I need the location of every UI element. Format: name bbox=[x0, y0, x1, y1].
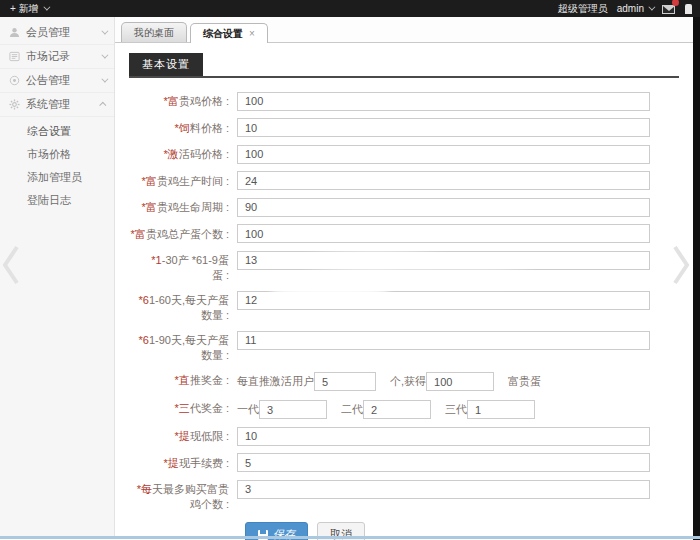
sidebar-item-label: 系统管理 bbox=[26, 97, 95, 112]
tab-bar: 我的桌面 综合设置 × bbox=[115, 17, 693, 43]
username-label: admin bbox=[617, 3, 644, 14]
referral-text-1: 每直推激活用户 bbox=[237, 374, 314, 389]
tab-label: 综合设置 bbox=[203, 27, 243, 41]
gen3-input[interactable] bbox=[467, 400, 535, 419]
scroll-right-arrow[interactable] bbox=[671, 243, 691, 287]
sidebar-item-label: 公告管理 bbox=[26, 73, 95, 88]
field-label: *提现手续费 : bbox=[129, 453, 237, 473]
form-row: *每天最多购买富贵鸡个数 : bbox=[129, 479, 679, 512]
megaphone-icon bbox=[9, 75, 20, 86]
profile-icon[interactable] bbox=[685, 4, 692, 14]
eggs-61-90-input[interactable] bbox=[237, 331, 650, 350]
form-row: *61-60天,每天产蛋数量 : bbox=[129, 290, 679, 323]
gen1-input[interactable] bbox=[259, 400, 327, 419]
form-row: *激活码价格 : bbox=[129, 144, 679, 164]
production-time-input[interactable] bbox=[237, 171, 650, 190]
close-icon[interactable]: × bbox=[249, 28, 255, 39]
sidebar-item-announcements[interactable]: 公告管理 bbox=[0, 69, 114, 93]
field-label: *61-60天,每天产蛋数量 : bbox=[129, 290, 237, 323]
referral-text-3: 富贵蛋 bbox=[508, 374, 541, 389]
form-row: *1-30产 *61-9蛋 蛋 : bbox=[129, 250, 679, 283]
field-label: *1-30产 *61-9蛋 蛋 : bbox=[129, 250, 237, 283]
form-row: *提现手续费 : bbox=[129, 453, 679, 473]
field-label: *提现低限 : bbox=[129, 426, 237, 446]
window-edge-strip bbox=[693, 0, 700, 540]
chevron-down-icon bbox=[101, 28, 108, 35]
list-icon bbox=[9, 51, 20, 62]
new-menu-label: + 新增 bbox=[10, 2, 39, 16]
activation-code-price-input[interactable] bbox=[237, 145, 650, 164]
gen2-input[interactable] bbox=[363, 400, 431, 419]
eggs-31-60-input[interactable] bbox=[237, 291, 650, 310]
sidebar-item-members[interactable]: 会员管理 bbox=[0, 21, 114, 45]
chevron-down-icon bbox=[101, 76, 108, 83]
form-row: *富贵鸡生产时间 : bbox=[129, 171, 679, 191]
referral-users-input[interactable] bbox=[314, 372, 376, 391]
mail-icon bbox=[662, 5, 675, 14]
total-eggs-input[interactable] bbox=[237, 224, 650, 243]
chevron-down-icon bbox=[43, 4, 50, 11]
referral-text-2: 个,获得 bbox=[390, 374, 426, 389]
chevron-down-icon bbox=[648, 4, 655, 11]
bottom-divider bbox=[0, 536, 700, 539]
form-row: *提现低限 : bbox=[129, 426, 679, 446]
chicken-price-input[interactable] bbox=[237, 92, 650, 111]
user-icon bbox=[9, 27, 20, 38]
chevron-up-icon bbox=[99, 102, 106, 109]
form-row: *61-90天,每天产蛋数量 : bbox=[129, 330, 679, 363]
topbar: + 新增 超级管理员 admin bbox=[0, 0, 700, 17]
tab-general-settings[interactable]: 综合设置 × bbox=[190, 23, 268, 43]
gen2-label: 二代 bbox=[341, 402, 363, 417]
content-area: 基本设置 *富贵鸡价格 : *饲料价格 : *激活码价格 : *富贵鸡生产时间 … bbox=[115, 43, 693, 540]
mail-button[interactable] bbox=[662, 3, 676, 14]
sidebar-item-label: 市场记录 bbox=[26, 49, 95, 64]
field-label: *富贵鸡生产时间 : bbox=[129, 171, 237, 191]
sidebar-item-general-settings[interactable]: 综合设置 bbox=[0, 120, 114, 143]
gen3-label: 三代 bbox=[445, 402, 467, 417]
role-label: 超级管理员 bbox=[558, 2, 608, 16]
gen1-label: 一代 bbox=[237, 402, 259, 417]
field-label: *直推奖金 : bbox=[129, 370, 237, 391]
sidebar-item-add-admin[interactable]: 添加管理员 bbox=[0, 166, 114, 189]
eggs-1-30-input[interactable] bbox=[237, 251, 650, 270]
field-label: *饲料价格 : bbox=[129, 118, 237, 138]
gear-icon bbox=[9, 99, 20, 110]
sidebar-item-label: 会员管理 bbox=[26, 25, 95, 40]
feed-price-input[interactable] bbox=[237, 118, 650, 137]
form-row: *富贵鸡价格 : bbox=[129, 91, 679, 111]
form-row-direct-referral: *直推奖金 : 每直推激活用户 个,获得 富贵蛋 bbox=[129, 370, 679, 391]
new-menu-button[interactable]: + 新增 bbox=[10, 2, 48, 16]
daily-buy-limit-input[interactable] bbox=[237, 480, 650, 499]
sidebar-item-system[interactable]: 系统管理 bbox=[0, 93, 114, 117]
form-row: *富贵鸡总产蛋个数 : bbox=[129, 224, 679, 244]
referral-reward-input[interactable] bbox=[426, 372, 494, 391]
field-label: *61-90天,每天产蛋数量 : bbox=[129, 330, 237, 363]
field-label: *激活码价格 : bbox=[129, 144, 237, 164]
form-row: *富贵鸡生命周期 : bbox=[129, 197, 679, 217]
account-menu[interactable]: admin bbox=[617, 3, 653, 14]
settings-form: *富贵鸡价格 : *饲料价格 : *激活码价格 : *富贵鸡生产时间 : *富贵… bbox=[129, 91, 679, 540]
field-label: *三代奖金 : bbox=[129, 398, 237, 419]
sidebar-item-market-records[interactable]: 市场记录 bbox=[0, 45, 114, 69]
scroll-left-arrow[interactable] bbox=[1, 243, 21, 287]
tab-my-desktop[interactable]: 我的桌面 bbox=[121, 22, 187, 42]
withdraw-min-input[interactable] bbox=[237, 427, 650, 446]
field-label: *富贵鸡总产蛋个数 : bbox=[129, 224, 237, 244]
life-cycle-input[interactable] bbox=[237, 198, 650, 217]
sidebar-item-market-prices[interactable]: 市场价格 bbox=[0, 143, 114, 166]
tab-label: 我的桌面 bbox=[134, 26, 174, 40]
system-submenu: 综合设置 市场价格 添加管理员 登陆日志 bbox=[0, 117, 114, 215]
sidebar-item-login-log[interactable]: 登陆日志 bbox=[0, 189, 114, 212]
form-row: *饲料价格 : bbox=[129, 118, 679, 138]
notification-badge bbox=[672, 0, 679, 6]
form-row-three-generations: *三代奖金 : 一代 二代 三代 bbox=[129, 398, 679, 419]
section-header: 基本设置 bbox=[129, 53, 679, 78]
field-label: *富贵鸡生命周期 : bbox=[129, 197, 237, 217]
main-panel: 我的桌面 综合设置 × 基本设置 *富贵鸡价格 : *饲料价格 : *激活码价格… bbox=[115, 17, 693, 540]
chevron-down-icon bbox=[101, 52, 108, 59]
section-title: 基本设置 bbox=[129, 53, 203, 76]
withdraw-fee-input[interactable] bbox=[237, 453, 650, 472]
field-label: *富贵鸡价格 : bbox=[129, 91, 237, 111]
field-label: *每天最多购买富贵鸡个数 : bbox=[129, 479, 237, 512]
